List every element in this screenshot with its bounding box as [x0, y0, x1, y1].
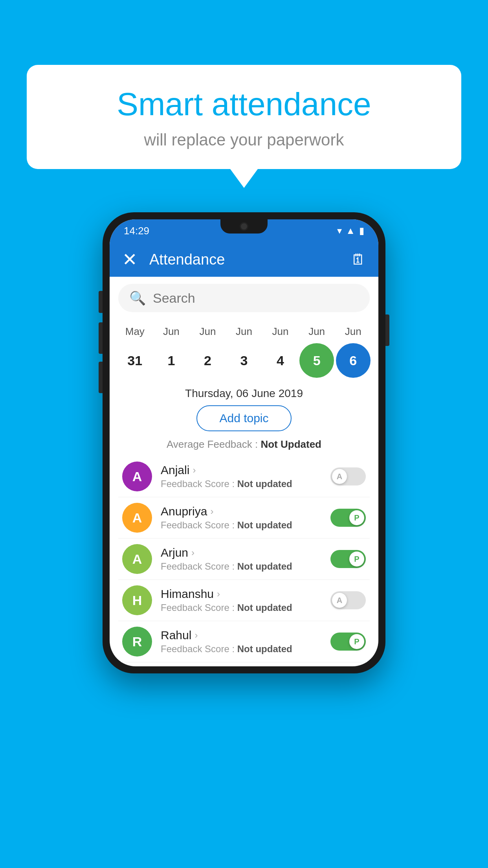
month-1: Jun	[154, 326, 189, 338]
feedback-score: Feedback Score : Not updated	[161, 644, 322, 655]
calendar-day-5[interactable]: 5	[299, 343, 334, 378]
signal-icon: ▲	[346, 225, 355, 236]
status-icons: ▾ ▲ ▮	[337, 225, 364, 236]
attendance-toggle[interactable]: P	[330, 633, 366, 651]
speech-bubble-container: Smart attendance will replace your paper…	[27, 65, 461, 169]
calendar-day-31[interactable]: 31	[117, 343, 152, 378]
attendance-toggle[interactable]: P	[330, 550, 366, 568]
speech-bubble-subtitle: will replace your paperwork	[50, 131, 438, 149]
attendance-toggle[interactable]: P	[330, 509, 366, 527]
phone-container: 14:29 ▾ ▲ ▮ ✕ Attendance 🗓 🔍	[103, 212, 385, 673]
app-title: Attendance	[149, 251, 339, 268]
calendar-day-2[interactable]: 2	[190, 343, 225, 378]
search-bar[interactable]: 🔍	[118, 284, 370, 312]
month-6: Jun	[336, 326, 371, 338]
student-list: A Anjali › Feedback Score : Not updated …	[118, 456, 370, 666]
phone-power-button	[385, 314, 389, 346]
phone-camera	[240, 222, 248, 231]
student-info: Himanshu › Feedback Score : Not updated	[161, 587, 322, 613]
calendar-day-6[interactable]: 6	[336, 343, 371, 378]
attendance-toggle[interactable]: A	[330, 591, 366, 609]
attendance-toggle[interactable]: A	[330, 467, 366, 485]
chevron-right-icon: ›	[210, 506, 213, 517]
avg-feedback-label: Average Feedback :	[167, 438, 258, 450]
student-name[interactable]: Anjali ›	[161, 463, 322, 477]
month-5: Jun	[299, 326, 334, 338]
student-info: Rahul › Feedback Score : Not updated	[161, 629, 322, 655]
toggle-thumb: P	[349, 634, 364, 649]
toggle-track: A	[330, 467, 366, 485]
student-info: Anjali › Feedback Score : Not updated	[161, 463, 322, 489]
chevron-right-icon: ›	[193, 465, 196, 476]
student-name[interactable]: Himanshu ›	[161, 587, 322, 601]
toggle-thumb: A	[332, 593, 347, 608]
toggle-track: P	[330, 633, 366, 651]
calendar-day-3[interactable]: 3	[227, 343, 261, 378]
toggle-track: P	[330, 550, 366, 568]
feedback-score: Feedback Score : Not updated	[161, 561, 322, 572]
phone-volume-down-button	[99, 362, 103, 393]
feedback-score: Feedback Score : Not updated	[161, 520, 322, 531]
student-item: A Arjun › Feedback Score : Not updated P	[118, 539, 370, 580]
feedback-score: Feedback Score : Not updated	[161, 478, 322, 489]
student-avatar: A	[122, 544, 152, 574]
calendar-day-4[interactable]: 4	[263, 343, 298, 378]
battery-icon: ▮	[359, 225, 364, 236]
wifi-icon: ▾	[337, 225, 342, 236]
month-2: Jun	[190, 326, 225, 338]
student-item: H Himanshu › Feedback Score : Not update…	[118, 580, 370, 621]
student-avatar: A	[122, 503, 152, 533]
toggle-track: A	[330, 591, 366, 609]
phone-volume-up-button	[99, 322, 103, 354]
student-name[interactable]: Anupriya ›	[161, 505, 322, 518]
month-4: Jun	[263, 326, 298, 338]
calendar-day-1[interactable]: 1	[154, 343, 189, 378]
speech-bubble-title: Smart attendance	[50, 86, 438, 122]
student-info: Arjun › Feedback Score : Not updated	[161, 546, 322, 572]
phone-frame: 14:29 ▾ ▲ ▮ ✕ Attendance 🗓 🔍	[103, 212, 385, 673]
speech-bubble: Smart attendance will replace your paper…	[27, 65, 461, 169]
student-avatar: A	[122, 462, 152, 491]
calendar-days: 31 1 2 3 4 5 6	[117, 340, 371, 383]
student-info: Anupriya › Feedback Score : Not updated	[161, 505, 322, 531]
selected-date: Thursday, 06 June 2019	[118, 387, 370, 400]
toggle-thumb: P	[349, 510, 364, 525]
month-3: Jun	[227, 326, 261, 338]
phone-side-button-1	[99, 291, 103, 313]
student-item: A Anjali › Feedback Score : Not updated …	[118, 456, 370, 497]
chevron-right-icon: ›	[194, 630, 198, 641]
student-name[interactable]: Rahul ›	[161, 629, 322, 642]
search-input[interactable]	[153, 291, 359, 306]
feedback-score: Feedback Score : Not updated	[161, 602, 322, 613]
student-item: A Anupriya › Feedback Score : Not update…	[118, 497, 370, 539]
student-avatar: H	[122, 585, 152, 615]
toggle-thumb: A	[332, 469, 347, 484]
add-topic-button[interactable]: Add topic	[196, 405, 291, 431]
month-0: May	[117, 326, 152, 338]
student-avatar: R	[122, 627, 152, 657]
phone-screen: 14:29 ▾ ▲ ▮ ✕ Attendance 🗓 🔍	[110, 219, 378, 666]
avg-feedback-value: Not Updated	[261, 438, 321, 450]
search-icon: 🔍	[129, 290, 146, 306]
status-time: 14:29	[124, 225, 149, 237]
toggle-track: P	[330, 509, 366, 527]
calendar-icon[interactable]: 🗓	[351, 251, 366, 268]
calendar-months: May Jun Jun Jun Jun Jun Jun	[117, 323, 371, 340]
toggle-thumb: P	[349, 552, 364, 566]
close-button[interactable]: ✕	[122, 250, 138, 268]
content-area: Thursday, 06 June 2019 Add topic Average…	[110, 387, 378, 666]
phone-notch	[220, 219, 268, 234]
chevron-right-icon: ›	[191, 547, 194, 558]
avg-feedback: Average Feedback : Not Updated	[118, 438, 370, 451]
student-item: R Rahul › Feedback Score : Not updated P	[118, 621, 370, 662]
student-name[interactable]: Arjun ›	[161, 546, 322, 559]
chevron-right-icon: ›	[217, 588, 220, 600]
app-bar: ✕ Attendance 🗓	[110, 242, 378, 277]
calendar-strip: May Jun Jun Jun Jun Jun Jun 31 1 2 3 4 5…	[110, 319, 378, 383]
